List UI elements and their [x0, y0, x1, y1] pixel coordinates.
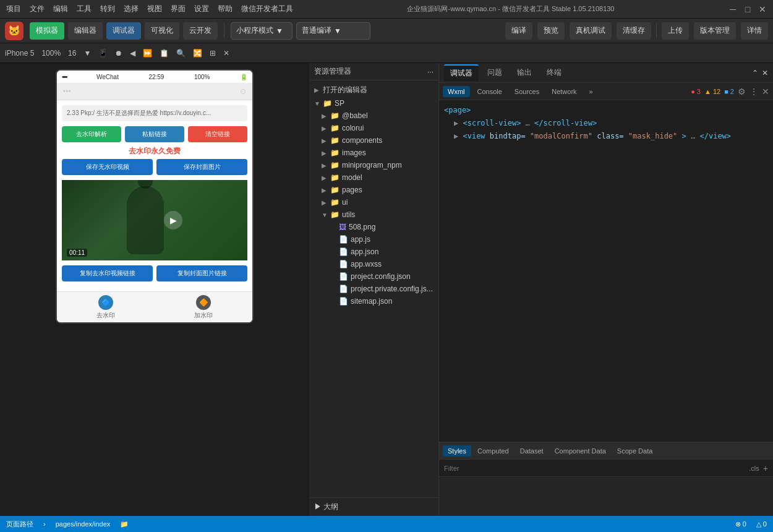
file-tree-root[interactable]: ▼ 📁 SP	[309, 97, 438, 109]
phone-save-video-btn[interactable]: 保存无水印视频	[62, 159, 153, 175]
tree-item-utils[interactable]: ▼ 📁 utils	[309, 208, 438, 221]
styles-filter-input[interactable]	[444, 465, 745, 472]
cloud-button[interactable]: 云开发	[183, 22, 218, 40]
menu-item-interface[interactable]: 界面	[171, 4, 186, 14]
tree-item-miniprogram-npm[interactable]: ▶ 📁 miniprogram_npm	[309, 159, 438, 171]
upload-button[interactable]: 上传	[662, 22, 689, 40]
preview-button[interactable]: 预览	[537, 22, 565, 40]
tree-item-appwxss[interactable]: 📄 app.wxss	[309, 258, 438, 270]
editor-button[interactable]: 编辑器	[68, 22, 103, 40]
style-tab-computed[interactable]: Computed	[472, 445, 514, 457]
phone-clear-btn[interactable]: 清空链接	[188, 126, 247, 142]
open-editors-section[interactable]: ▶ 打开的编辑器	[309, 83, 438, 97]
mode-dropdown[interactable]: 小程序模式 ▼	[231, 22, 293, 40]
devtools-expand-icon[interactable]: ⌃	[752, 69, 758, 77]
phone-tab-addwatermark[interactable]: 🔶 加水印	[194, 295, 213, 320]
sub-tab-network[interactable]: Network	[547, 86, 581, 97]
device-grid-icon[interactable]: ⊞	[210, 49, 216, 58]
phone-watermark-btn[interactable]: 去水印解析	[62, 126, 121, 142]
tab-debugger[interactable]: 调试器	[444, 64, 479, 81]
tree-item-sitemap[interactable]: 📄 sitemap.json	[309, 295, 438, 307]
tree-item-model[interactable]: ▶ 📁 model	[309, 171, 438, 184]
minimize-button[interactable]: ─	[728, 5, 737, 14]
visualize-button[interactable]: 可视化	[145, 22, 179, 40]
details-button[interactable]: 详情	[741, 22, 768, 40]
close-button[interactable]: ✕	[758, 5, 767, 14]
phone-video-thumbnail[interactable]: ▶ 00:11	[62, 180, 247, 260]
menu-bar[interactable]: 项目 文件 编辑 工具 转到 选择 视图 界面 设置 帮助 微信开发者工具	[6, 4, 293, 14]
clearcache-button[interactable]: 清缓存	[617, 22, 651, 40]
devtools-gear-icon[interactable]: ⚙	[738, 87, 746, 97]
file-tree-more-icon[interactable]: ···	[427, 67, 433, 76]
sub-tab-wxml[interactable]: Wxml	[443, 86, 470, 97]
window-controls[interactable]: ─ □ ✕	[728, 5, 767, 14]
play-icon[interactable]: ▶	[164, 211, 182, 230]
device-record-icon[interactable]: ⏺	[115, 49, 122, 58]
phone-paste-btn[interactable]: 粘贴链接	[125, 126, 184, 142]
menu-item-project[interactable]: 项目	[6, 4, 21, 14]
phone-copy-cover-btn[interactable]: 复制封面图片链接	[156, 265, 247, 281]
html-line-view[interactable]: ▶ <view bindtap= "modalConfirm" class= "…	[444, 130, 768, 143]
menu-item-wechat[interactable]: 微信开发者工具	[241, 4, 293, 14]
style-tab-scopedata[interactable]: Scope Data	[612, 445, 657, 457]
device-copy-icon[interactable]: 📋	[160, 49, 169, 58]
device-forward-icon[interactable]: ⏩	[143, 49, 152, 58]
tree-item-ui[interactable]: ▶ 📁 ui	[309, 196, 438, 208]
debugger-button[interactable]: 调试器	[106, 22, 141, 40]
style-tab-styles[interactable]: Styles	[443, 445, 471, 457]
tree-item-privateconfig[interactable]: 📄 project.private.config.js...	[309, 283, 438, 295]
menu-item-goto[interactable]: 转到	[100, 4, 115, 14]
device-search-icon[interactable]: 🔍	[176, 49, 186, 58]
tree-item-colorui[interactable]: ▶ 📁 colorui	[309, 122, 438, 134]
menu-item-settings[interactable]: 设置	[194, 4, 209, 14]
sub-tab-console[interactable]: Console	[472, 86, 507, 97]
devtools-close-icon[interactable]: ✕	[762, 69, 768, 77]
add-style-button[interactable]: +	[763, 463, 768, 473]
tab-terminal[interactable]: 终端	[540, 65, 568, 80]
menu-item-tools[interactable]: 工具	[77, 4, 92, 14]
menu-item-edit[interactable]: 编辑	[53, 4, 68, 14]
compile-dropdown[interactable]: 普通编译 ▼	[296, 22, 370, 40]
tab-output[interactable]: 输出	[511, 65, 538, 80]
tree-item-pages[interactable]: ▶ 📁 pages	[309, 184, 438, 196]
phone-tab-watermark[interactable]: 🔷 去水印	[96, 295, 115, 320]
phone-copy-video-btn[interactable]: 复制去水印视频链接	[62, 265, 153, 281]
version-button[interactable]: 版本管理	[694, 22, 736, 40]
phone-url-input[interactable]: 2.33 Pkp:/ 生活不是选择而是热爱 https://v.douyin.c…	[62, 105, 247, 121]
phone-status-bar: ••••• WeChat 22:59 100% 🔋	[57, 71, 252, 83]
sub-tab-sources[interactable]: Sources	[510, 86, 544, 97]
tree-item-images[interactable]: ▶ 📁 images	[309, 147, 438, 159]
device-close-icon[interactable]: ✕	[223, 49, 229, 58]
tree-item-appjs[interactable]: 📄 app.js	[309, 233, 438, 246]
html-line-scrollview[interactable]: ▶ <scroll-view> … </scroll-view>	[444, 117, 768, 130]
menu-item-select[interactable]: 选择	[124, 4, 139, 14]
tree-item-projectconfig[interactable]: 📄 project.config.json	[309, 270, 438, 283]
tab-problems[interactable]: 问题	[481, 65, 508, 80]
tree-item-appjson[interactable]: 📄 app.json	[309, 246, 438, 258]
realtest-button[interactable]: 真机调试	[570, 22, 612, 40]
device-chevron[interactable]: ▼	[83, 49, 91, 58]
menu-item-file[interactable]: 文件	[30, 4, 45, 14]
simulator-button[interactable]: 模拟器	[30, 22, 64, 40]
tree-item-508png[interactable]: 🖼 508.png	[309, 221, 438, 233]
tree-item-components[interactable]: ▶ 📁 components	[309, 134, 438, 147]
menu-item-help[interactable]: 帮助	[218, 4, 233, 14]
tree-item-babel[interactable]: ▶ 📁 @babel	[309, 109, 438, 122]
style-tab-dataset[interactable]: Dataset	[515, 445, 549, 457]
devtools-x-icon[interactable]: ✕	[762, 87, 769, 97]
sub-tab-more[interactable]: »	[584, 86, 598, 97]
menu-item-view[interactable]: 视图	[147, 4, 162, 14]
status-path-value[interactable]: pages/index/index	[56, 520, 111, 528]
device-share-icon[interactable]: 🔀	[193, 49, 202, 58]
device-phone-icon[interactable]: 📱	[98, 49, 108, 58]
devtools-vdots-icon[interactable]: ⋮	[750, 87, 758, 97]
status-folder-icon[interactable]: 📁	[120, 520, 129, 528]
outline-section[interactable]: ▶ 大纲	[309, 497, 438, 516]
maximize-button[interactable]: □	[743, 5, 752, 14]
device-back-icon[interactable]: ◀	[130, 49, 135, 58]
style-tab-componentdata[interactable]: Component Data	[550, 445, 611, 457]
cls-button[interactable]: .cls	[749, 465, 759, 472]
phone-save-cover-btn[interactable]: 保存封面图片	[156, 159, 247, 175]
compile-button[interactable]: 编译	[505, 22, 532, 40]
html-line-page[interactable]: <page>	[444, 104, 768, 117]
